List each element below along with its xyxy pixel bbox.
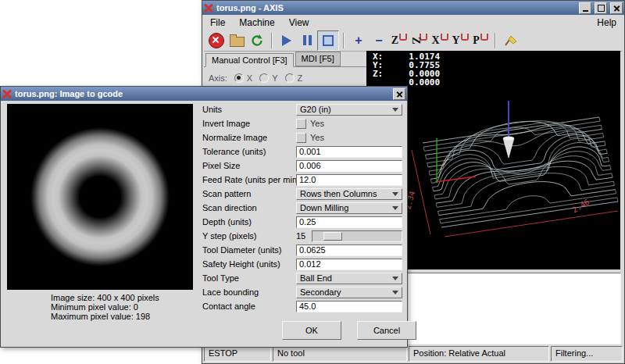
status-estop: ESTOP — [204, 346, 271, 362]
view-z-button[interactable]: Z — [389, 31, 409, 50]
cancel-button[interactable]: Cancel — [357, 321, 416, 340]
radio-axis-y-label: Y — [272, 73, 277, 83]
row-safety-height: Safety Height (units) — [202, 257, 402, 271]
axis-menubar: File Machine View Help — [204, 16, 623, 30]
view-z-rotated-button[interactable]: Z — [409, 31, 430, 50]
row-tool-diameter: Tool Diameter (units) — [202, 243, 402, 257]
tolerance-label: Tolerance (units) — [202, 147, 295, 156]
image-info-max: Maximum pixel value: 198 — [51, 312, 193, 321]
feed-rate-label: Feed Rate (units per minute) — [202, 175, 295, 184]
magnet-icon — [461, 34, 469, 41]
tool-type-select[interactable]: Ball End — [296, 273, 402, 284]
tab-manual-control[interactable]: Manual Control [F3] — [205, 53, 294, 67]
view-perspective-button[interactable]: P — [470, 31, 491, 50]
folder-icon — [230, 37, 245, 47]
radio-axis-x[interactable] — [234, 73, 244, 83]
tool-diameter-input[interactable] — [296, 244, 402, 256]
radio-axis-z[interactable] — [285, 73, 295, 83]
row-feed-rate: Feed Rate (units per minute) — [202, 173, 402, 187]
open-file-button[interactable] — [227, 31, 247, 50]
normalize-image-label: Normalize Image — [202, 133, 295, 142]
pixel-size-input[interactable] — [296, 160, 402, 172]
dialog-close-button[interactable] — [393, 88, 405, 100]
menu-machine[interactable]: Machine — [239, 17, 274, 28]
view-y-button[interactable]: Y — [450, 31, 470, 50]
status-filtering: Filtering... — [551, 346, 623, 362]
stop-button[interactable] — [317, 30, 339, 51]
depth-input[interactable] — [296, 216, 402, 228]
normalize-image-checkbox[interactable] — [296, 133, 306, 143]
dro-readout: X: 1.0174 Y: 0.7755 Z: 0.0000 0.0000 — [373, 52, 440, 87]
dropdown-arrow-icon — [392, 291, 398, 298]
maximize-button[interactable] — [595, 2, 607, 14]
reload-button[interactable] — [247, 31, 267, 50]
status-position: Position: Relative Actual — [409, 346, 549, 362]
axis-titlebar[interactable]: torus.png - AXIS — [202, 1, 624, 15]
image-preview — [7, 104, 193, 290]
zoom-out-button[interactable]: − — [369, 31, 389, 50]
contact-angle-input[interactable] — [296, 301, 402, 312]
torus-image — [7, 104, 193, 290]
dialog-titlebar[interactable]: torus.png: Image to gcode — [1, 87, 407, 101]
invert-image-label: Invert Image — [202, 119, 295, 128]
dropdown-arrow-icon — [392, 206, 398, 213]
lace-bounding-select[interactable]: Secondary — [296, 287, 402, 298]
ok-button[interactable]: OK — [282, 321, 341, 340]
feed-rate-input[interactable] — [296, 174, 402, 186]
row-normalize-image: Normalize Image Yes — [202, 130, 402, 145]
axis-window-title: torus.png - AXIS — [216, 3, 576, 12]
tool-cone — [503, 138, 514, 158]
units-select[interactable]: G20 (in) — [296, 104, 402, 116]
zoom-out-icon: − — [375, 34, 382, 47]
radio-axis-x-label: X — [247, 73, 252, 83]
safety-height-input[interactable] — [296, 259, 402, 270]
run-button[interactable] — [277, 31, 297, 50]
invert-image-checkbox[interactable] — [296, 119, 306, 129]
row-tolerance: Tolerance (units) — [202, 145, 402, 159]
status-tool: No tool — [273, 346, 407, 362]
tool-type-label: Tool Type — [202, 273, 295, 283]
zoom-in-icon: + — [355, 34, 362, 47]
y-step-slider[interactable] — [312, 230, 402, 242]
row-invert-image: Invert Image Yes — [202, 116, 402, 130]
row-pixel-size: Pixel Size — [202, 159, 402, 173]
menu-view[interactable]: View — [289, 17, 309, 28]
scan-pattern-select[interactable]: Rows then Columns — [296, 188, 402, 200]
estop-button[interactable] — [206, 31, 227, 50]
clear-plot-button[interactable] — [500, 31, 520, 50]
normalize-image-check-label: Yes — [310, 133, 324, 142]
pause-button[interactable] — [297, 31, 317, 50]
view-x-button[interactable]: X — [430, 31, 450, 50]
zoom-in-button[interactable]: + — [348, 31, 369, 50]
broom-icon — [503, 34, 517, 48]
lace-bounding-value: Secondary — [300, 287, 392, 297]
axis-toolbar: + − Z Z X Y P — [204, 30, 623, 52]
estop-icon — [209, 33, 224, 48]
dropdown-arrow-icon — [392, 192, 398, 199]
image-info-min: Minimum pixel value: 0 — [51, 302, 193, 312]
tolerance-input[interactable] — [296, 146, 402, 158]
safety-height-label: Safety Height (units) — [202, 259, 295, 269]
row-lace-bounding: Lace bounding Secondary — [202, 285, 402, 299]
scan-direction-value: Down Milling — [300, 203, 392, 212]
view-x-icon: X — [431, 34, 439, 47]
menu-file[interactable]: File — [210, 17, 225, 28]
units-value: G20 (in) — [300, 105, 392, 114]
minimize-button[interactable] — [579, 2, 591, 14]
magnet-icon — [399, 34, 407, 41]
view-z-icon: Z — [391, 34, 398, 47]
scan-direction-select[interactable]: Down Milling — [296, 202, 402, 214]
menu-help[interactable]: Help — [597, 17, 616, 28]
row-scan-pattern: Scan pattern Rows then Columns — [202, 187, 402, 201]
y-step-label: Y step (pixels) — [202, 231, 295, 241]
panel-tabs: Manual Control [F3] MDI [F5] — [204, 51, 366, 67]
y-step-value: 15 — [296, 231, 312, 241]
contact-angle-label: Contact angle — [202, 302, 295, 311]
tab-mdi[interactable]: MDI [F5] — [295, 52, 341, 66]
scan-pattern-label: Scan pattern — [202, 189, 295, 198]
axis-select-label: Axis: — [209, 73, 227, 83]
slider-handle[interactable] — [323, 232, 342, 241]
close-button[interactable] — [610, 2, 623, 14]
radio-axis-y[interactable] — [259, 73, 269, 83]
row-contact-angle: Contact angle — [202, 299, 402, 313]
